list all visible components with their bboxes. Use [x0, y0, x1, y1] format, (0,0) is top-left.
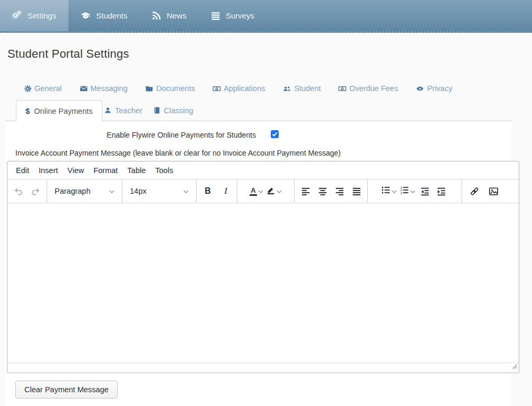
book-icon — [153, 106, 161, 114]
menu-format[interactable]: Format — [88, 164, 122, 177]
text-color-button[interactable]: A — [249, 183, 264, 200]
nav-item-settings[interactable]: Settings — [0, 0, 68, 31]
page-title: Student Portal Settings — [7, 47, 129, 61]
editor-menubar: Edit Insert View Format Table Tools — [7, 161, 519, 179]
nav-item-label: Students — [96, 11, 127, 20]
highlight-color-button[interactable] — [265, 183, 283, 200]
tab-label: Documents — [156, 84, 195, 93]
chevron-down-icon — [258, 186, 263, 196]
tab-label: Classing — [164, 106, 193, 115]
rich-text-editor: Edit Insert View Format Table Tools — [7, 161, 519, 373]
cogs-icon — [12, 11, 22, 21]
bold-icon: B — [205, 186, 211, 196]
tab-label: Student — [294, 84, 321, 93]
outdent-button[interactable] — [417, 183, 433, 200]
tab-label: Online Payments — [34, 107, 92, 115]
align-justify-button[interactable] — [349, 183, 365, 200]
eye-icon — [415, 85, 424, 93]
nav-item-students[interactable]: Students — [68, 0, 139, 31]
enable-flywire-label: Enable Flywire Online Payments for Stude… — [5, 131, 256, 139]
align-center-button[interactable] — [315, 183, 331, 200]
tab-label: Teacher — [115, 106, 143, 115]
menu-edit[interactable]: Edit — [11, 164, 34, 177]
text-color-icon: A — [250, 187, 257, 196]
indent-button[interactable] — [433, 183, 449, 200]
list-icon — [211, 11, 220, 21]
gear-icon — [24, 85, 32, 93]
align-left-button[interactable] — [298, 183, 314, 200]
chevron-down-icon — [109, 187, 114, 195]
insert-link-button[interactable] — [466, 183, 482, 200]
money-icon — [338, 85, 347, 93]
tab-overdue-fees[interactable]: Overdue Fees — [338, 84, 398, 93]
format-select-value: Paragraph — [55, 187, 91, 195]
fontsize-select[interactable]: 14px — [125, 183, 193, 200]
tab-applications[interactable]: Applications — [212, 84, 265, 93]
tab-messaging[interactable]: Messaging — [79, 84, 128, 93]
primary-tab-row: General Messaging Documents Applications — [24, 83, 453, 94]
menu-insert[interactable]: Insert — [34, 164, 63, 177]
graduation-cap-icon — [81, 11, 91, 21]
tab-label: Privacy — [427, 84, 453, 93]
chevron-down-icon — [410, 186, 415, 196]
chevron-down-icon — [183, 187, 189, 195]
tab-classing[interactable]: Classing — [153, 100, 193, 121]
nav-item-news[interactable]: News — [139, 0, 199, 31]
menu-table[interactable]: Table — [122, 164, 150, 177]
editor-statusbar — [7, 363, 519, 373]
nav-item-label: Surveys — [226, 11, 254, 20]
money-icon — [212, 85, 221, 93]
tab-teacher[interactable]: Teacher — [104, 100, 143, 121]
menu-view[interactable]: View — [63, 164, 88, 177]
dollar-icon: $ — [25, 106, 30, 115]
tab-label: Overdue Fees — [349, 84, 398, 93]
folder-icon — [145, 85, 154, 93]
fontsize-select-value: 14px — [130, 187, 146, 195]
nav-item-label: Settings — [28, 11, 56, 20]
rss-icon — [152, 11, 161, 21]
tab-online-payments[interactable]: $ Online Payments — [16, 100, 102, 121]
redo-button[interactable] — [28, 183, 43, 200]
tab-general[interactable]: General — [24, 84, 62, 93]
italic-icon: I — [224, 186, 227, 196]
italic-button[interactable]: I — [218, 183, 234, 200]
nav-item-surveys[interactable]: Surveys — [199, 0, 267, 31]
clear-payment-message-button[interactable]: Clear Payment Message — [15, 381, 118, 399]
numbered-list-button[interactable]: 1 2 3 — [398, 183, 416, 200]
bullet-list-button[interactable] — [380, 183, 398, 200]
tab-documents[interactable]: Documents — [145, 84, 195, 93]
bullet-list-icon — [381, 185, 391, 197]
tab-privacy[interactable]: Privacy — [415, 84, 453, 93]
editor-content-area[interactable] — [7, 203, 519, 363]
nav-item-label: News — [166, 11, 187, 20]
top-navbar: Settings Students News — [0, 0, 532, 33]
svg-text:3: 3 — [400, 192, 402, 195]
users-icon — [282, 85, 291, 93]
numbered-list-icon: 1 2 3 — [400, 185, 409, 197]
envelope-icon — [79, 85, 88, 93]
highlight-pen-icon — [266, 185, 276, 197]
bold-button[interactable]: B — [200, 183, 216, 200]
editor-toolbar: Paragraph 14px B I — [7, 179, 519, 203]
tab-label: Applications — [224, 84, 265, 93]
user-icon — [104, 106, 112, 114]
chevron-down-icon — [277, 186, 282, 196]
tab-student[interactable]: Student — [282, 84, 321, 93]
align-right-button[interactable] — [332, 183, 348, 200]
resize-grip[interactable] — [511, 362, 518, 372]
format-select[interactable]: Paragraph — [49, 183, 119, 200]
tab-content-panel: Enable Flywire Online Payments for Stude… — [5, 121, 511, 406]
enable-flywire-checkbox[interactable] — [271, 130, 279, 138]
chevron-down-icon — [392, 186, 397, 196]
tab-label: General — [34, 84, 62, 93]
undo-button[interactable] — [11, 183, 26, 200]
menu-tools[interactable]: Tools — [150, 164, 178, 177]
tab-label: Messaging — [91, 84, 128, 93]
invoice-message-label: Invoice Account Payment Message (leave b… — [15, 149, 341, 157]
insert-image-button[interactable] — [485, 183, 501, 200]
